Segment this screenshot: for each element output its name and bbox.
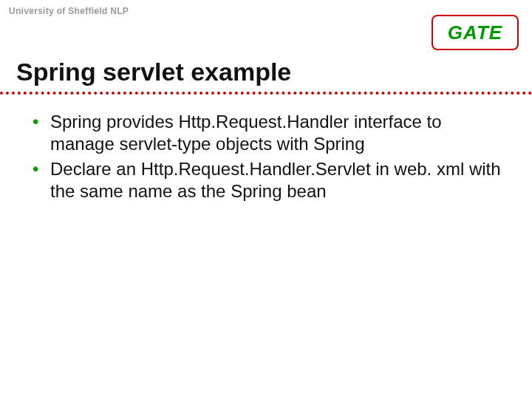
header-affiliation: University of Sheffield NLP [9, 6, 129, 16]
list-item: Declare an Http.Request.Handler.Servlet … [30, 158, 502, 202]
gate-logo-text: GATE [448, 21, 502, 44]
slide-title: Spring servlet example [16, 58, 291, 86]
gate-logo: GATE [432, 15, 519, 50]
slide-content: Spring provides Http.Request.Handler int… [30, 111, 502, 205]
divider-line [0, 92, 532, 95]
bullet-list: Spring provides Http.Request.Handler int… [30, 111, 502, 202]
list-item: Spring provides Http.Request.Handler int… [30, 111, 502, 155]
